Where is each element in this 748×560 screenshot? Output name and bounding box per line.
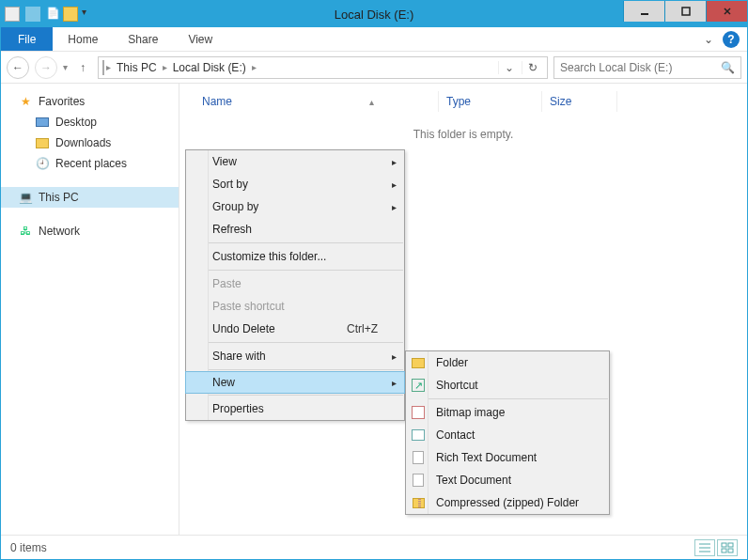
column-type[interactable]: Type <box>439 91 542 112</box>
svg-rect-10 <box>728 549 733 552</box>
history-dropdown-icon[interactable]: ▾ <box>63 62 68 72</box>
refresh-button[interactable]: ↻ <box>522 61 543 74</box>
star-icon: ★ <box>18 94 33 109</box>
qa-dropdown-icon[interactable]: ▾ <box>80 7 95 22</box>
menu-sortby[interactable]: Sort by▸ <box>186 173 404 195</box>
file-list-area[interactable]: Name▴ Type Size This folder is empty. Vi… <box>179 84 747 535</box>
breadcrumb-chevron-icon[interactable]: ▸ <box>163 62 167 72</box>
menu-new-txt[interactable]: Text Document <box>406 469 609 491</box>
close-button[interactable] <box>706 1 747 22</box>
menu-label: Bitmap image <box>436 406 505 419</box>
tab-view[interactable]: View <box>173 27 227 51</box>
menu-new-contact[interactable]: Contact <box>406 424 609 446</box>
sidebar-item-thispc[interactable]: 💻This PC <box>1 187 179 208</box>
quick-access-toolbar: 📄 ▾ <box>1 7 95 22</box>
menu-label: Paste <box>212 277 242 290</box>
search-input[interactable] <box>560 61 721 74</box>
sidebar-item-network[interactable]: 🖧Network <box>1 221 179 241</box>
new-submenu: Folder ↗Shortcut Bitmap image Contact Ri… <box>405 350 610 515</box>
ribbon-collapse-icon[interactable]: ⌄ <box>698 27 719 51</box>
sidebar-item-downloads[interactable]: Downloads <box>1 132 179 153</box>
menu-label: Sort by <box>212 178 248 191</box>
back-button[interactable]: ← <box>7 56 29 79</box>
menu-label: Rich Text Document <box>436 451 537 464</box>
file-tab[interactable]: File <box>1 27 53 51</box>
breadcrumb-chevron-icon[interactable]: ▸ <box>106 62 111 72</box>
menu-properties[interactable]: Properties <box>186 397 404 420</box>
view-details-button[interactable] <box>694 539 715 556</box>
rtf-icon <box>410 449 427 466</box>
tab-share[interactable]: Share <box>113 27 173 51</box>
txt-icon <box>410 472 427 489</box>
menu-new-zip[interactable]: Compressed (zipped) Folder <box>406 491 609 514</box>
empty-folder-text: This folder is empty. <box>195 128 732 141</box>
recent-icon: 🕘 <box>35 156 50 171</box>
menu-refresh[interactable]: Refresh <box>186 218 404 241</box>
menu-undo[interactable]: Undo DeleteCtrl+Z <box>186 318 404 340</box>
zip-icon <box>410 494 427 511</box>
minimize-button[interactable] <box>623 1 664 22</box>
tab-home[interactable]: Home <box>53 27 113 51</box>
menu-label: Shortcut <box>436 379 478 392</box>
forward-button[interactable]: → <box>35 56 57 79</box>
help-button[interactable]: ? <box>723 31 740 48</box>
maximize-button[interactable] <box>664 1 706 22</box>
sidebar-item-recent[interactable]: 🕘Recent places <box>1 153 179 174</box>
qa-properties-icon[interactable]: 📄 <box>46 7 61 22</box>
menu-sharewith[interactable]: Share with▸ <box>186 345 404 367</box>
column-label: Name <box>202 95 232 108</box>
breadcrumb-localdisk[interactable]: Local Disk (E:) <box>169 61 250 74</box>
column-name[interactable]: Name▴ <box>195 91 439 112</box>
menu-view[interactable]: View▸ <box>186 150 404 173</box>
pc-icon: 💻 <box>18 190 33 205</box>
menu-new-rtf[interactable]: Rich Text Document <box>406 446 609 469</box>
network-icon: 🖧 <box>18 224 33 239</box>
search-icon[interactable]: 🔍 <box>721 61 735 74</box>
address-bar[interactable]: ▸ This PC ▸ Local Disk (E:) ▸ ⌄ ↻ <box>98 56 548 79</box>
submenu-arrow-icon: ▸ <box>392 179 397 190</box>
sidebar-item-desktop[interactable]: Desktop <box>1 112 179 132</box>
breadcrumb-chevron-icon[interactable]: ▸ <box>252 62 257 72</box>
submenu-arrow-icon: ▸ <box>392 378 397 388</box>
menu-new[interactable]: New▸ <box>185 371 405 394</box>
svg-rect-9 <box>722 549 726 552</box>
svg-rect-7 <box>722 543 726 547</box>
menu-label: Compressed (zipped) Folder <box>436 496 579 509</box>
menu-label: Undo Delete <box>212 322 275 335</box>
menu-label: Share with <box>212 350 266 363</box>
navigation-bar: ← → ▾ ↑ ▸ This PC ▸ Local Disk (E:) ▸ ⌄ … <box>1 52 747 84</box>
search-box[interactable]: 🔍 <box>553 56 741 79</box>
sidebar-favorites[interactable]: ★Favorites <box>1 91 179 112</box>
menu-label: Group by <box>212 200 258 213</box>
sidebar-favorites-label: Favorites <box>39 95 85 108</box>
column-size[interactable]: Size <box>542 91 617 112</box>
view-icons-button[interactable] <box>717 539 738 556</box>
menu-groupby[interactable]: Group by▸ <box>186 195 404 218</box>
menu-label: New <box>212 376 235 389</box>
menu-paste-shortcut: Paste shortcut <box>186 295 404 318</box>
menu-new-shortcut[interactable]: ↗Shortcut <box>406 374 609 397</box>
status-bar: 0 items <box>1 535 747 559</box>
folder-icon <box>410 354 427 371</box>
address-dropdown-icon[interactable]: ⌄ <box>498 61 520 74</box>
qa-newfolder-icon[interactable] <box>63 7 78 22</box>
menu-label: Text Document <box>436 474 511 487</box>
menu-label: Properties <box>212 402 264 415</box>
up-button[interactable]: ↑ <box>73 61 92 74</box>
menu-accelerator: Ctrl+Z <box>347 322 378 335</box>
menu-label: Folder <box>436 356 468 369</box>
sort-indicator-icon: ▴ <box>369 97 374 107</box>
sidebar-item-label: Network <box>39 225 80 238</box>
menu-new-bitmap[interactable]: Bitmap image <box>406 401 609 424</box>
breadcrumb-thispc[interactable]: This PC <box>113 61 161 74</box>
menu-paste: Paste <box>186 272 404 295</box>
drive-icon <box>102 61 104 74</box>
menu-label: Contact <box>436 428 475 442</box>
menu-label: Customize this folder... <box>212 250 326 263</box>
menu-new-folder[interactable]: Folder <box>406 351 609 374</box>
menu-customize[interactable]: Customize this folder... <box>186 245 404 268</box>
submenu-arrow-icon: ▸ <box>392 202 397 212</box>
menu-label: Paste shortcut <box>212 300 285 313</box>
sidebar-item-label: Desktop <box>55 116 97 129</box>
sidebar-item-label: Recent places <box>55 157 127 170</box>
